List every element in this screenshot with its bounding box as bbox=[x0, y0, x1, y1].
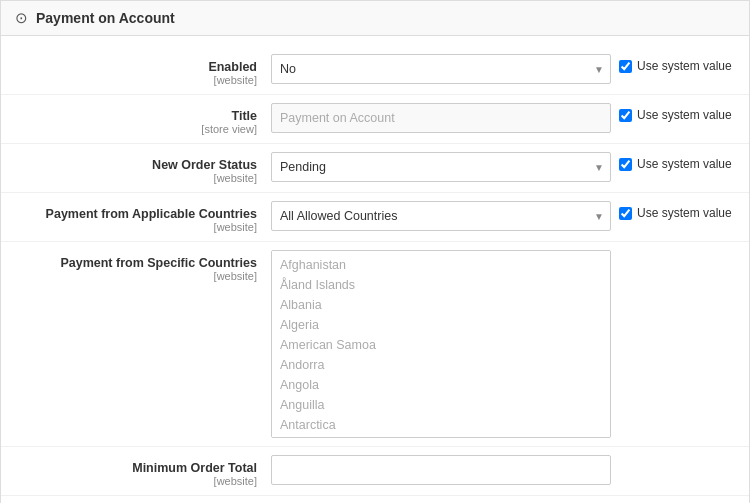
applicable-countries-label-col: Payment from Applicable Countries [websi… bbox=[1, 201, 271, 233]
enabled-checkbox-col: Use system value bbox=[619, 54, 749, 73]
enabled-row: Enabled [website] No Yes ▼ Use system va… bbox=[1, 46, 749, 95]
applicable-countries-checkbox-col: Use system value bbox=[619, 201, 749, 220]
new-order-status-select[interactable]: Pending Processing Complete bbox=[271, 152, 611, 182]
specific-countries-label: Payment from Specific Countries bbox=[1, 256, 257, 270]
new-order-status-label-col: New Order Status [website] bbox=[1, 152, 271, 184]
title-use-system-label[interactable]: Use system value bbox=[619, 108, 732, 122]
payment-on-account-section: ⊙ Payment on Account Enabled [website] N… bbox=[0, 0, 750, 503]
minimum-order-total-row: Minimum Order Total [website] bbox=[1, 447, 749, 496]
title-label: Title bbox=[1, 109, 257, 123]
specific-countries-multiselect[interactable]: AfghanistanÅland IslandsAlbaniaAlgeriaAm… bbox=[271, 250, 611, 438]
enabled-label-col: Enabled [website] bbox=[1, 54, 271, 86]
specific-countries-row: Payment from Specific Countries [website… bbox=[1, 242, 749, 447]
title-input[interactable] bbox=[271, 103, 611, 133]
enabled-use-system-label[interactable]: Use system value bbox=[619, 59, 732, 73]
new-order-status-label: New Order Status bbox=[1, 158, 257, 172]
new-order-status-use-system-label[interactable]: Use system value bbox=[619, 157, 732, 171]
new-order-status-checkbox-col: Use system value bbox=[619, 152, 749, 171]
title-checkbox-col: Use system value bbox=[619, 103, 749, 122]
title-row: Title [store view] Use system value bbox=[1, 95, 749, 144]
applicable-countries-sublabel: [website] bbox=[1, 221, 257, 233]
section-header: ⊙ Payment on Account bbox=[1, 1, 749, 36]
enabled-use-system-checkbox[interactable] bbox=[619, 60, 632, 73]
maximum-order-total-row: Maximum Order Total [website] bbox=[1, 496, 749, 503]
minimum-order-total-checkbox-col bbox=[619, 455, 749, 460]
specific-countries-label-col: Payment from Specific Countries [website… bbox=[1, 250, 271, 282]
minimum-order-total-sublabel: [website] bbox=[1, 475, 257, 487]
new-order-status-use-system-checkbox[interactable] bbox=[619, 158, 632, 171]
new-order-status-row: New Order Status [website] Pending Proce… bbox=[1, 144, 749, 193]
title-input-col bbox=[271, 103, 619, 133]
specific-countries-checkbox-col bbox=[619, 250, 749, 255]
enabled-input-col: No Yes ▼ bbox=[271, 54, 619, 84]
minimum-order-total-label-col: Minimum Order Total [website] bbox=[1, 455, 271, 487]
applicable-countries-use-system-text: Use system value bbox=[637, 206, 732, 220]
applicable-countries-select[interactable]: All Allowed Countries Specific Countries bbox=[271, 201, 611, 231]
title-sublabel: [store view] bbox=[1, 123, 257, 135]
applicable-countries-row: Payment from Applicable Countries [websi… bbox=[1, 193, 749, 242]
specific-countries-sublabel: [website] bbox=[1, 270, 257, 282]
enabled-sublabel: [website] bbox=[1, 74, 257, 86]
collapse-icon[interactable]: ⊙ bbox=[15, 9, 28, 27]
section-title: Payment on Account bbox=[36, 10, 175, 26]
applicable-countries-use-system-label[interactable]: Use system value bbox=[619, 206, 732, 220]
new-order-status-select-wrapper: Pending Processing Complete ▼ bbox=[271, 152, 611, 182]
applicable-countries-use-system-checkbox[interactable] bbox=[619, 207, 632, 220]
new-order-status-use-system-text: Use system value bbox=[637, 157, 732, 171]
minimum-order-total-input[interactable] bbox=[271, 455, 611, 485]
title-use-system-checkbox[interactable] bbox=[619, 109, 632, 122]
title-use-system-text: Use system value bbox=[637, 108, 732, 122]
enabled-select-wrapper: No Yes ▼ bbox=[271, 54, 611, 84]
applicable-countries-label: Payment from Applicable Countries bbox=[1, 207, 257, 221]
new-order-status-sublabel: [website] bbox=[1, 172, 257, 184]
enabled-select[interactable]: No Yes bbox=[271, 54, 611, 84]
enabled-label: Enabled bbox=[1, 60, 257, 74]
specific-countries-input-col: AfghanistanÅland IslandsAlbaniaAlgeriaAm… bbox=[271, 250, 619, 438]
new-order-status-input-col: Pending Processing Complete ▼ bbox=[271, 152, 619, 182]
applicable-countries-input-col: All Allowed Countries Specific Countries… bbox=[271, 201, 619, 231]
applicable-countries-select-wrapper: All Allowed Countries Specific Countries… bbox=[271, 201, 611, 231]
title-label-col: Title [store view] bbox=[1, 103, 271, 135]
minimum-order-total-input-col bbox=[271, 455, 619, 485]
minimum-order-total-label: Minimum Order Total bbox=[1, 461, 257, 475]
form-body: Enabled [website] No Yes ▼ Use system va… bbox=[1, 36, 749, 503]
enabled-use-system-text: Use system value bbox=[637, 59, 732, 73]
